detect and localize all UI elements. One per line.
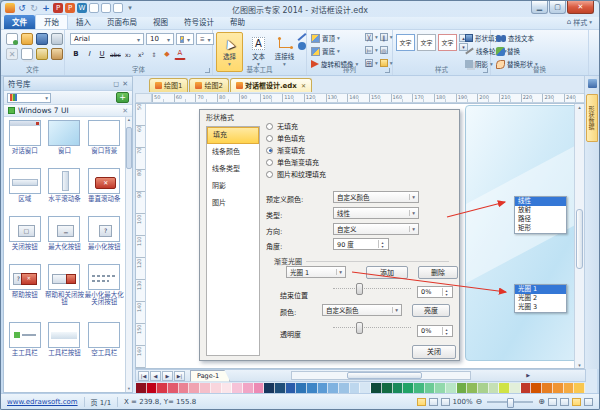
subscript-button[interactable]: x₂ [122, 48, 134, 60]
minimize-button[interactable]: ▁ [531, 1, 548, 14]
symbol-item[interactable]: 窗口 [45, 117, 85, 165]
popup-option[interactable]: 线性 [515, 197, 566, 206]
delete-stop-button[interactable]: 删除 [418, 266, 458, 279]
fullscreen-icon[interactable] [584, 398, 593, 406]
dialog-nav-item[interactable]: 线条颜色 [207, 144, 259, 161]
color-swatch[interactable] [232, 383, 243, 393]
color-swatch[interactable] [393, 383, 404, 393]
color-swatch[interactable] [510, 383, 521, 393]
popup-option[interactable]: 放射 [515, 206, 566, 215]
fill-type-radio[interactable]: 渐变填充 [266, 144, 326, 156]
color-swatch[interactable] [478, 383, 489, 393]
close-button[interactable]: ✕ [567, 1, 594, 14]
paste-icon[interactable] [36, 48, 48, 60]
style-sample-2[interactable]: 文字 [417, 34, 436, 51]
brightness-button[interactable]: 亮度 [412, 304, 450, 317]
color-swatch[interactable] [339, 383, 350, 393]
prev-page-button[interactable]: ◀ [150, 371, 161, 381]
fit-width-icon[interactable] [548, 398, 557, 406]
undo-icon[interactable]: ↺ [17, 3, 27, 13]
color-swatch[interactable] [489, 383, 500, 393]
color-swatch[interactable] [414, 383, 425, 393]
add-stop-button[interactable]: 添加 [366, 266, 408, 279]
dialog-nav-item[interactable]: 阴影 [207, 178, 259, 195]
end-position-slider[interactable] [333, 288, 411, 300]
scrollbar-thumb[interactable] [347, 372, 422, 379]
symbol-item[interactable]: 垂直滚动条 [84, 165, 124, 213]
style-button[interactable]: ⌂ 样式 ▾ [563, 17, 596, 29]
color-swatch[interactable] [243, 383, 254, 393]
bold-button[interactable]: B [70, 48, 82, 60]
redo-icon[interactable]: ↻ [29, 3, 39, 13]
color-swatch[interactable] [564, 383, 575, 393]
zoom-in-icon[interactable]: ⊕ [538, 398, 545, 406]
export-ppt-icon[interactable]: P [65, 3, 75, 13]
popup-option[interactable]: 矩形 [515, 224, 566, 233]
dialog-close-button[interactable]: 关闭 [412, 345, 456, 359]
export-word-icon[interactable]: W [77, 3, 87, 13]
menu-tab[interactable]: 插入 [68, 15, 99, 29]
find-text-button[interactable]: 查找文本 [496, 33, 534, 43]
angle-spinner[interactable]: 90 度 [333, 238, 389, 250]
symbol-item[interactable]: 帮助按钮 [5, 261, 45, 319]
color-swatch[interactable] [446, 383, 457, 393]
font-dialog-launcher-icon[interactable] [205, 68, 210, 73]
case-select[interactable] [176, 33, 194, 45]
color-swatch[interactable] [136, 383, 147, 393]
zoom-out-icon[interactable]: ⊖ [476, 398, 483, 406]
copy-icon[interactable] [21, 48, 33, 60]
page-view-icon[interactable] [429, 398, 438, 406]
line-spacing-button[interactable]: ⇕ [148, 48, 160, 60]
color-swatch[interactable] [360, 383, 371, 393]
superscript-button[interactable]: x² [135, 48, 147, 60]
symbol-item[interactable]: 区域 [5, 165, 45, 213]
send-to-back-button[interactable]: 置底▾ [311, 46, 340, 56]
canvas-horizontal-scrollbar[interactable]: ▶ [291, 371, 471, 380]
color-swatch[interactable] [371, 383, 382, 393]
color-swatch[interactable] [286, 383, 297, 393]
bring-to-front-button[interactable]: 置顶▾ [311, 33, 340, 43]
dialog-nav-item[interactable]: 图片 [207, 195, 259, 212]
line-tool-icon[interactable] [298, 33, 307, 41]
color-swatch[interactable] [328, 383, 339, 393]
menu-tab[interactable]: 符号设计 [176, 15, 222, 29]
style-dialog-launcher-icon[interactable] [483, 68, 488, 73]
symbol-item[interactable]: 对话窗口 [5, 117, 45, 165]
color-swatch[interactable] [425, 383, 436, 393]
end-position-spinner[interactable]: 0% [417, 286, 453, 298]
color-swatch[interactable] [435, 383, 446, 393]
color-swatch[interactable] [264, 383, 275, 393]
maximize-button[interactable]: ▢ [549, 1, 566, 14]
panel-icon[interactable] [588, 79, 597, 88]
symbol-item[interactable]: 帮助和关闭按钮 [45, 261, 85, 319]
library-section-header[interactable]: Windows 7 UI ✕ [4, 104, 132, 117]
gradient-stop-select[interactable]: 光圈 1 [286, 266, 346, 278]
close-tab-icon[interactable]: ✕ [301, 82, 306, 89]
preset-color-select[interactable]: 自定义颜色 [333, 191, 419, 203]
panel-close-icon[interactable]: ✕ [122, 80, 128, 88]
menu-tab[interactable]: 帮助 [222, 15, 253, 29]
color-swatch[interactable] [189, 383, 200, 393]
color-swatch[interactable] [211, 383, 222, 393]
library-select[interactable] [7, 93, 51, 103]
scrollbar-thumb[interactable] [126, 127, 132, 169]
color-swatch[interactable] [222, 383, 233, 393]
document-tab[interactable]: 绘图2 ✕ [189, 78, 228, 92]
fit-page-icon[interactable] [560, 398, 569, 406]
document-icon[interactable] [89, 3, 99, 13]
gradient-type-select[interactable]: 线性 [333, 207, 419, 219]
color-swatch[interactable] [542, 383, 553, 393]
next-page-button[interactable]: ▶ [162, 371, 173, 381]
pin-icon[interactable]: ◻ [113, 80, 119, 88]
drawing-viewport[interactable]: 5060708090100110120130140150160 形状格式 填充线… [135, 103, 586, 369]
fill-type-radio[interactable]: 单色填充 [266, 132, 326, 144]
symbol-item[interactable]: 最小化最大化关闭按钮 [84, 261, 124, 319]
color-swatch[interactable] [200, 383, 211, 393]
color-swatch[interactable] [574, 383, 585, 393]
document-tab[interactable]: 对话框设计.edx ✕ [230, 78, 312, 92]
popup-option[interactable]: 光圈 2 [515, 294, 566, 303]
highlight-color-button[interactable]: ◆ [161, 48, 173, 60]
edrawsoft-link[interactable]: www.edrawsoft.com [7, 398, 78, 406]
stop-color-select[interactable]: 自定义颜色 [322, 304, 402, 316]
font-size-select[interactable]: 10 [146, 33, 174, 45]
